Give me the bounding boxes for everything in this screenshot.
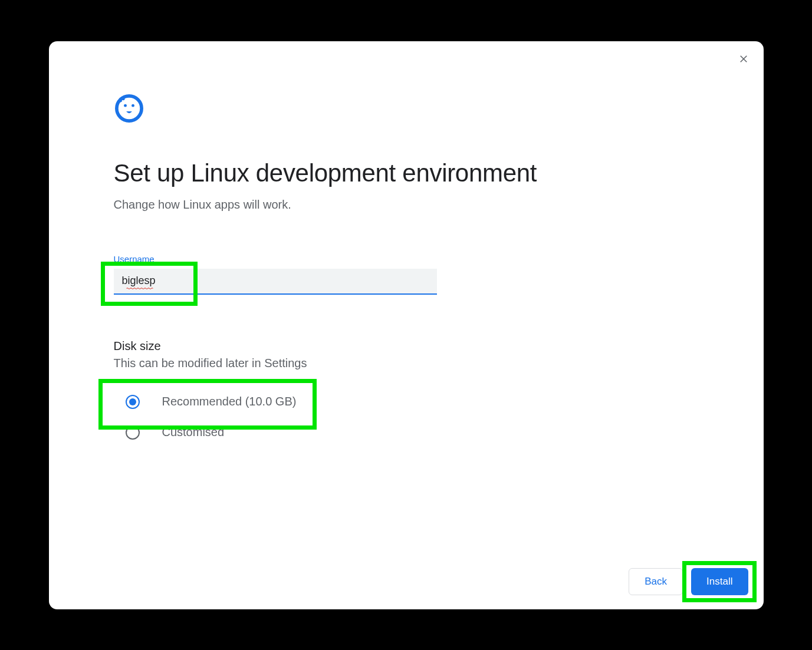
disk-size-radio-group: Recommended (10.0 GB) Customised — [114, 387, 699, 448]
svg-point-4 — [132, 104, 134, 107]
radio-customised-label: Customised — [162, 425, 225, 439]
close-icon — [738, 54, 749, 64]
close-button[interactable] — [737, 52, 751, 66]
radio-customised[interactable]: Customised — [126, 417, 699, 448]
disk-size-sublabel: This can be modified later in Settings — [114, 357, 699, 370]
radio-recommended[interactable]: Recommended (10.0 GB) — [126, 387, 699, 417]
svg-point-3 — [124, 104, 127, 107]
linux-penguin-icon — [114, 93, 144, 124]
dialog-title: Set up Linux development environment — [114, 159, 699, 187]
dialog-subtitle: Change how Linux apps will work. — [114, 198, 699, 212]
username-input[interactable] — [114, 269, 437, 295]
radio-button-selected-icon — [126, 395, 140, 409]
disk-size-label: Disk size — [114, 339, 699, 353]
username-label: Username — [114, 254, 699, 264]
radio-button-unselected-icon — [126, 425, 140, 440]
linux-setup-dialog: Set up Linux development environment Cha… — [49, 41, 764, 609]
username-field-wrap — [114, 269, 437, 295]
install-button[interactable]: Install — [691, 568, 748, 595]
radio-recommended-label: Recommended (10.0 GB) — [162, 395, 297, 408]
dialog-footer: Back Install — [629, 568, 748, 595]
back-button[interactable]: Back — [629, 568, 683, 595]
